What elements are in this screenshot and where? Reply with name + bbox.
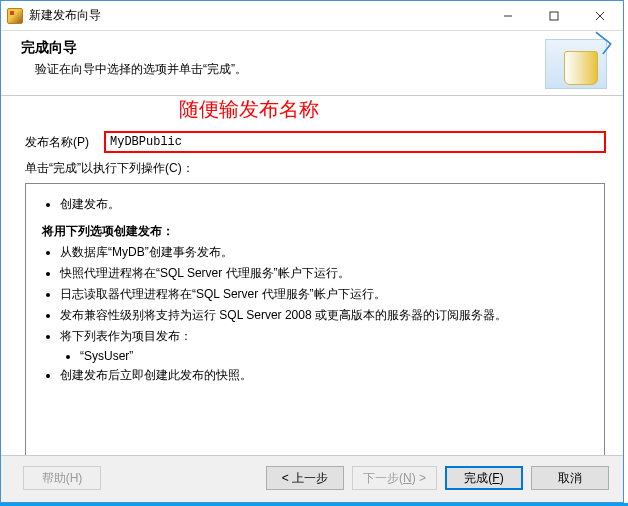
button-label: 帮助(H) [42,470,83,487]
window-title: 新建发布向导 [29,7,485,24]
maximize-button[interactable] [531,1,577,30]
book-icon [564,51,598,85]
publish-name-input[interactable] [105,132,605,152]
titlebar: 新建发布向导 [1,1,623,31]
group-title: 将用下列选项创建发布： [42,223,594,240]
list-item: 快照代理进程将在“SQL Server 代理服务”帐户下运行。 [60,265,594,282]
svg-rect-1 [550,12,558,20]
button-label: 取消 [558,470,582,487]
minimize-button[interactable] [485,1,531,30]
user-annotation: 随便输发布名称 [179,96,319,123]
list-item: 日志读取器代理进程将在“SQL Server 代理服务”帐户下运行。 [60,286,594,303]
list-item: 从数据库“MyDB”创建事务发布。 [60,244,594,261]
list-item: “SysUser” [80,349,594,363]
wizard-window: 新建发布向导 完成向导 验证在向导中选择的选项并单击“完成”。 随便输发布名称 … [0,0,624,503]
list-item: 将下列表作为项目发布： [60,328,594,345]
wizard-header: 完成向导 验证在向导中选择的选项并单击“完成”。 [1,31,623,96]
back-button[interactable]: < 上一步 [266,466,344,490]
list-item: 创建发布。 [60,196,594,213]
list-item: 发布兼容性级别将支持为运行 SQL Server 2008 或更高版本的服务器的… [60,307,594,324]
list-item: 创建发布后立即创建此发布的快照。 [60,367,594,384]
page-subtitle: 验证在向导中选择的选项并单击“完成”。 [21,61,545,78]
page-title: 完成向导 [21,39,545,57]
ops-intro: 单击“完成”以执行下列操作(C)： [25,160,605,177]
button-hotkey: F [492,471,499,485]
finish-button[interactable]: 完成(F) [445,466,523,490]
button-label-prefix: 下一步( [363,470,403,487]
wizard-graphic [545,39,607,89]
button-label-suffix: ) > [412,471,426,485]
button-label-suffix: ) [500,471,504,485]
help-button[interactable]: 帮助(H) [23,466,101,490]
publish-name-label: 发布名称(P) [25,134,105,151]
button-label-prefix: 完成( [464,470,492,487]
operations-box[interactable]: 创建发布。 将用下列选项创建发布： 从数据库“MyDB”创建事务发布。 快照代理… [25,183,605,455]
publish-name-row: 发布名称(P) [25,132,605,152]
operations-list: 创建发布。 将用下列选项创建发布： 从数据库“MyDB”创建事务发布。 快照代理… [42,196,594,384]
button-hotkey: N [403,471,412,485]
app-icon [7,8,23,24]
cancel-button[interactable]: 取消 [531,466,609,490]
button-label: < 上一步 [282,470,328,487]
content-area: 随便输发布名称 发布名称(P) 单击“完成”以执行下列操作(C)： 创建发布。 … [1,96,623,455]
header-text: 完成向导 验证在向导中选择的选项并单击“完成”。 [21,39,545,78]
close-button[interactable] [577,1,623,30]
window-controls [485,1,623,30]
wizard-footer: 帮助(H) < 上一步 下一步(N) > 完成(F) 取消 [1,455,623,502]
next-button: 下一步(N) > [352,466,437,490]
